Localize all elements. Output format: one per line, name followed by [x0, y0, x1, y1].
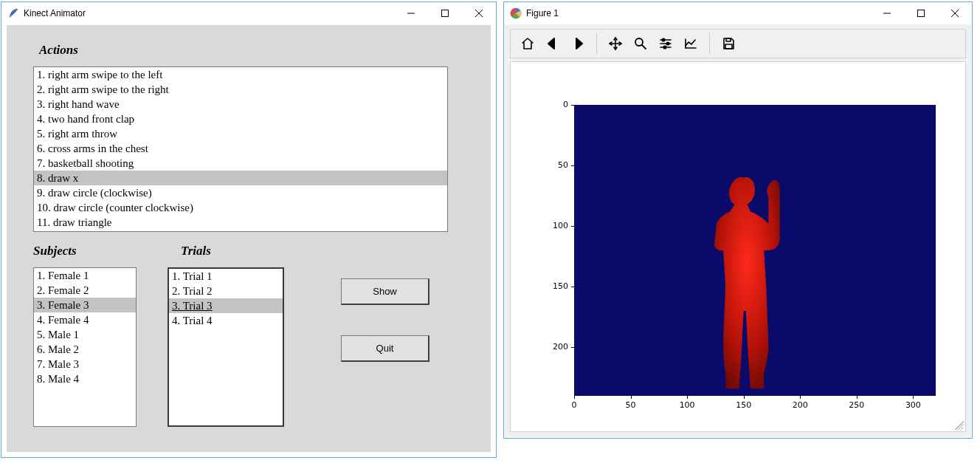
- figure-toolbar: [510, 29, 966, 58]
- svg-point-18: [663, 46, 666, 49]
- svg-rect-1: [442, 10, 449, 17]
- toolbar-separator: [596, 33, 597, 54]
- list-item[interactable]: 5. Male 1: [34, 327, 136, 342]
- forward-icon[interactable]: [565, 31, 590, 56]
- svg-point-16: [666, 42, 669, 45]
- list-item[interactable]: 4. Female 4: [34, 312, 136, 327]
- list-item[interactable]: 4. two hand front clap: [34, 112, 447, 126]
- list-item[interactable]: 9. draw circle (clockwise): [34, 185, 447, 200]
- y-tick-label: 50: [546, 160, 568, 170]
- maximize-button[interactable]: [428, 2, 462, 24]
- list-item[interactable]: 2. Female 2: [34, 283, 136, 298]
- list-item[interactable]: 8. Male 4: [34, 371, 136, 386]
- depth-silhouette: [574, 105, 936, 396]
- list-item[interactable]: 11. draw triangle: [34, 215, 447, 230]
- x-tick-label: 50: [622, 400, 640, 410]
- figure-titlebar[interactable]: Figure 1: [504, 2, 972, 24]
- y-tick-label: 150: [546, 281, 568, 291]
- list-item[interactable]: 2. right arm swipe to the right: [34, 82, 447, 97]
- x-tick-label: 200: [791, 400, 809, 410]
- svg-line-12: [642, 45, 646, 49]
- home-icon[interactable]: [515, 31, 540, 56]
- y-tick-label: 0: [546, 100, 568, 109]
- list-item[interactable]: 2. Trial 2: [169, 284, 283, 298]
- trials-label: Trials: [181, 244, 211, 258]
- save-icon[interactable]: [716, 31, 741, 56]
- list-item[interactable]: 10. draw circle (counter clockwise): [34, 200, 447, 215]
- figure-maximize-button[interactable]: [904, 2, 938, 24]
- list-item[interactable]: 6. cross arms in the chest: [34, 141, 447, 156]
- list-item[interactable]: 3. Trial 3: [169, 298, 283, 313]
- svg-rect-19: [726, 38, 731, 41]
- toolbar-separator: [709, 33, 710, 54]
- window-title: Kinect Animator: [24, 8, 86, 18]
- minimize-button[interactable]: [394, 2, 428, 24]
- matplotlib-icon: [510, 7, 522, 19]
- zoom-icon[interactable]: [628, 31, 653, 56]
- figure-window-buttons: [870, 2, 972, 24]
- figure-window-title: Figure 1: [526, 8, 559, 18]
- figure-minimize-button[interactable]: [870, 2, 904, 24]
- trials-listbox[interactable]: 1. Trial 12. Trial 23. Trial 34. Trial 4: [168, 267, 284, 427]
- figure-body: 050100150200250300 050100150200: [505, 24, 971, 437]
- titlebar[interactable]: Kinect Animator: [1, 2, 496, 24]
- list-item[interactable]: 4. Trial 4: [169, 313, 283, 328]
- plot-area: 050100150200250300 050100150200: [510, 61, 966, 432]
- list-item[interactable]: 3. right hand wave: [34, 97, 447, 112]
- actions-label: Actions: [39, 43, 78, 58]
- x-tick-label: 150: [735, 400, 753, 410]
- window-buttons: [394, 2, 496, 24]
- edit-axis-icon[interactable]: [678, 31, 703, 56]
- list-item[interactable]: 1. Female 1: [34, 268, 136, 283]
- quit-button-label: Quit: [376, 343, 394, 354]
- configure-icon[interactable]: [653, 31, 678, 56]
- list-item[interactable]: 3. Female 3: [34, 298, 136, 312]
- x-tick-label: 100: [678, 400, 696, 410]
- list-item[interactable]: 6. Male 2: [34, 342, 136, 357]
- y-tick-label: 200: [546, 342, 568, 352]
- list-item[interactable]: 5. right arm throw: [34, 126, 447, 141]
- actions-listbox[interactable]: 1. right arm swipe to the left2. right a…: [33, 66, 448, 232]
- svg-point-14: [662, 38, 665, 41]
- svg-rect-20: [725, 44, 732, 49]
- y-tick-label: 100: [546, 221, 568, 230]
- tk-feather-icon: [7, 7, 19, 19]
- list-item[interactable]: 1. Trial 1: [169, 269, 283, 284]
- quit-button[interactable]: Quit: [341, 335, 429, 362]
- close-button[interactable]: [462, 2, 496, 24]
- list-item[interactable]: 8. draw x: [34, 171, 447, 185]
- list-item[interactable]: 1. right arm swipe to the left: [34, 67, 447, 82]
- subjects-label: Subjects: [33, 244, 77, 258]
- pan-icon[interactable]: [603, 31, 628, 56]
- list-item[interactable]: 7. basketball shooting: [34, 156, 447, 171]
- show-button-label: Show: [373, 286, 397, 297]
- resize-grip[interactable]: [955, 421, 964, 430]
- x-tick-label: 250: [848, 400, 866, 410]
- x-tick-label: 300: [904, 400, 922, 410]
- kinect-animator-window: Kinect Animator Actions 1. right arm swi…: [1, 1, 497, 458]
- subjects-listbox[interactable]: 1. Female 12. Female 23. Female 34. Fema…: [33, 267, 137, 427]
- figure-window: Figure 1: [503, 1, 973, 439]
- figure-close-button[interactable]: [938, 2, 972, 24]
- back-icon[interactable]: [540, 31, 565, 56]
- show-button[interactable]: Show: [341, 278, 429, 305]
- svg-rect-6: [918, 10, 925, 17]
- list-item[interactable]: 7. Male 3: [34, 357, 136, 371]
- kinect-animator-body: Actions 1. right arm swipe to the left2.…: [7, 25, 491, 452]
- x-tick-label: 0: [565, 400, 583, 410]
